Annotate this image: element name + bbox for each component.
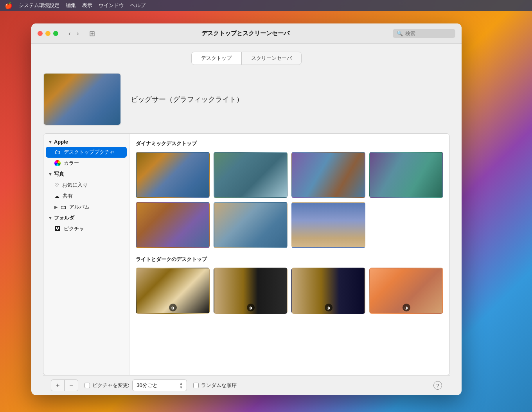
chevron-right-icon: ▶ — [54, 205, 58, 210]
current-wallpaper-preview[interactable] — [43, 73, 121, 126]
change-picture-row: ピクチャを変更: 30分ごと ▲ ▼ — [84, 380, 187, 391]
change-picture-checkbox[interactable] — [84, 383, 90, 388]
interval-label: 30分ごと — [137, 382, 157, 389]
album-icon: 🗃 — [61, 204, 66, 210]
dynamic-desktop-grid — [136, 152, 443, 248]
sidebar-section-photos-label: 写真 — [54, 171, 64, 178]
main-window: ‹ › ⊞ デスクトップとスクリーンセーバ 🔍 デスクトップ スクリーンセーバ … — [31, 23, 462, 395]
sidebar-item-albums-label: アルバム — [69, 203, 90, 210]
window-title: デスクトップとスクリーンセーバ — [103, 30, 388, 37]
menu-edit[interactable]: 編集 — [66, 2, 76, 9]
tab-bar: デスクトップ スクリーンセーバ — [43, 52, 450, 65]
wallpaper-thumb-2[interactable] — [214, 152, 288, 198]
sidebar-section-apple-label: Apple — [54, 139, 68, 145]
heart-icon: ♡ — [54, 182, 59, 188]
grid-button[interactable]: ⊞ — [86, 28, 98, 40]
add-remove-buttons: + − — [51, 380, 78, 391]
change-picture-checkbox-wrapper[interactable]: ピクチャを変更: — [84, 382, 129, 389]
sidebar: ▼ Apple 🗂 デスクトッププクチャ カラー ▼ 写真 ♡ — [43, 134, 129, 375]
sidebar-item-shared[interactable]: ☁ 共有 — [43, 191, 129, 202]
sidebar-item-favorites[interactable]: ♡ お気に入り — [43, 180, 129, 191]
sidebar-item-desktop-pictures-label: デスクトッププクチャ — [64, 149, 115, 156]
wallpaper-thumb-ld1[interactable]: ◑ — [136, 268, 210, 314]
wallpaper-thumb-ld4[interactable]: ◑ — [369, 268, 443, 314]
help-button[interactable]: ? — [433, 381, 442, 390]
menu-view[interactable]: 表示 — [82, 2, 92, 9]
sidebar-item-albums[interactable]: ▶ 🗃 アルバム — [43, 202, 129, 212]
day-night-badge-4: ◑ — [403, 304, 410, 311]
forward-button[interactable]: › — [74, 29, 81, 39]
nav-buttons: ‹ › — [66, 29, 81, 39]
dynamic-desktop-label: ダイナミックデスクトップ — [136, 140, 443, 147]
titlebar: ‹ › ⊞ デスクトップとスクリーンセーバ 🔍 — [31, 23, 462, 44]
remove-button[interactable]: − — [64, 380, 77, 391]
pictures-folder-icon: 🖼 — [54, 225, 61, 232]
menu-system-prefs[interactable]: システム環境設定 — [19, 2, 59, 9]
back-button[interactable]: ‹ — [66, 29, 73, 39]
folder-icon: 🗂 — [54, 149, 61, 156]
cloud-icon: ☁ — [54, 193, 59, 199]
chevron-down-icon-photos: ▼ — [48, 172, 52, 176]
sidebar-section-photos[interactable]: ▼ 写真 — [43, 169, 129, 180]
chevron-down-icon-folders: ▼ — [48, 216, 52, 220]
wallpaper-thumb-4[interactable] — [369, 152, 443, 198]
browser-area: ▼ Apple 🗂 デスクトッププクチャ カラー ▼ 写真 ♡ — [43, 133, 450, 375]
sidebar-item-color-label: カラー — [64, 160, 79, 167]
main-content: デスクトップ スクリーンセーバ ビッグサー（グラフィックライト） ▼ Apple… — [31, 44, 462, 395]
tab-screensaver[interactable]: スクリーンセーバ — [241, 52, 302, 65]
wallpaper-thumb-ld3[interactable]: ◑ — [291, 268, 365, 314]
sidebar-section-folders[interactable]: ▼ フォルダ — [43, 212, 129, 223]
day-night-badge-3: ◑ — [325, 304, 332, 311]
maximize-button[interactable] — [53, 31, 58, 36]
current-wallpaper-name: ビッグサー（グラフィックライト） — [131, 95, 243, 104]
interval-select[interactable]: 30分ごと ▲ ▼ — [132, 380, 187, 391]
grid-area: ダイナミックデスクトップ ライトとダークのデスクトップ ◑ — [129, 134, 449, 375]
close-button[interactable] — [38, 31, 43, 36]
menu-window[interactable]: ウインドウ — [99, 2, 124, 9]
change-picture-label: ピクチャを変更: — [92, 382, 129, 389]
random-order-checkbox-wrapper[interactable]: ランダムな順序 — [193, 382, 237, 389]
sidebar-item-pictures-label: ピクチャ — [64, 225, 84, 232]
preview-row: ビッグサー（グラフィックライト） — [43, 73, 450, 126]
menubar: 🍎 システム環境設定 編集 表示 ウインドウ ヘルプ — [0, 0, 532, 11]
day-night-badge-2: ◑ — [247, 304, 255, 311]
sidebar-section-folders-label: フォルダ — [54, 214, 74, 221]
light-dark-grid: ◑ ◑ ◑ ◑ — [136, 268, 443, 314]
wallpaper-thumb-7[interactable] — [291, 202, 365, 248]
random-order-label: ランダムな順序 — [201, 382, 237, 389]
sidebar-item-favorites-label: お気に入り — [62, 182, 88, 189]
wallpaper-thumb-3[interactable] — [291, 152, 365, 198]
tab-desktop[interactable]: デスクトップ — [191, 52, 241, 65]
menu-help[interactable]: ヘルプ — [130, 2, 146, 9]
search-icon: 🔍 — [397, 31, 403, 36]
controls-area: + − ピクチャを変更: 30分ごと ▲ ▼ — [43, 375, 450, 395]
wallpaper-thumb-ld2[interactable]: ◑ — [214, 268, 288, 314]
wallpaper-thumb-6[interactable] — [214, 202, 288, 248]
sidebar-item-color[interactable]: カラー — [43, 158, 129, 169]
color-wheel-icon — [54, 160, 61, 166]
search-box[interactable]: 🔍 — [393, 29, 455, 38]
day-night-badge-1: ◑ — [169, 304, 177, 311]
search-input[interactable] — [405, 31, 452, 36]
wallpaper-thumb-5[interactable] — [136, 202, 210, 248]
random-order-checkbox[interactable] — [193, 383, 199, 388]
sidebar-section-apple[interactable]: ▼ Apple — [43, 137, 129, 147]
chevron-down-icon: ▼ — [48, 140, 52, 144]
traffic-lights — [38, 31, 58, 36]
sidebar-item-desktop-pictures[interactable]: 🗂 デスクトッププクチャ — [46, 147, 127, 158]
sidebar-item-pictures[interactable]: 🖼 ピクチャ — [43, 223, 129, 234]
stepper-arrows: ▲ ▼ — [179, 381, 183, 389]
sidebar-item-shared-label: 共有 — [63, 193, 73, 200]
add-button[interactable]: + — [51, 380, 64, 391]
wallpaper-thumb-1[interactable] — [136, 152, 210, 198]
minimize-button[interactable] — [45, 31, 50, 36]
light-dark-label: ライトとダークのデスクトップ — [136, 256, 443, 263]
apple-menu[interactable]: 🍎 — [5, 2, 13, 9]
